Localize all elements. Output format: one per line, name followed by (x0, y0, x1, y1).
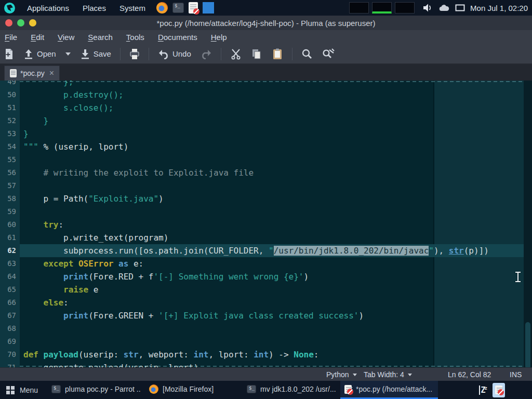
zzz-icon[interactable]: Zz (479, 385, 486, 395)
code-text: def payload(userip: str, webport: int, l… (20, 348, 524, 361)
code-text: p = Path("Exploit.java") (20, 192, 524, 205)
task-button[interactable]: mv jdk1.8.0_202 /usr/... (243, 381, 340, 399)
code-line[interactable]: 51 s.close(); (0, 101, 524, 114)
code-line[interactable]: 50 p.destroy(); (0, 88, 524, 101)
system-tray: Zz (479, 381, 532, 399)
code-text (20, 322, 524, 335)
workspace-2[interactable] (372, 2, 392, 14)
toolbar-separator (120, 48, 121, 60)
menu-search[interactable]: Search (81, 31, 119, 43)
code-line[interactable]: 55 (0, 153, 524, 166)
panel-menu-places[interactable]: Places (76, 2, 113, 15)
line-number: 61 (0, 231, 20, 244)
code-lines: 49 };50 p.destroy();51 s.close();52 }53}… (0, 81, 524, 367)
code-line[interactable]: 59 (0, 205, 524, 218)
open-recent-dropdown[interactable] (62, 50, 74, 58)
code-text: } (20, 127, 524, 140)
code-line[interactable]: 70def payload(userip: str, webport: int,… (0, 348, 524, 361)
text-editor[interactable]: 49 };50 p.destroy();51 s.close();52 }53}… (0, 81, 532, 367)
task-label: mv jdk1.8.0_202 /usr/... (260, 385, 336, 393)
menu-tools[interactable]: Tools (119, 31, 151, 43)
parrot-logo-icon[interactable] (4, 3, 15, 14)
workspace-1[interactable] (349, 2, 369, 14)
panel-menu-applications[interactable]: Applications (20, 2, 76, 15)
menu-file[interactable]: File (0, 31, 24, 43)
status-bar: Python Tab Width: 4 Ln 62, Col 82 INS (0, 367, 532, 381)
firefox-icon[interactable] (156, 2, 168, 14)
scrollbar-thumb[interactable] (525, 322, 530, 367)
code-line[interactable]: 54""" % (userip, lport) (0, 140, 524, 153)
volume-icon[interactable] (423, 3, 433, 12)
menu-button[interactable]: Menu (0, 381, 45, 399)
redo-button[interactable] (197, 47, 216, 61)
toolbar-separator (149, 48, 149, 60)
print-button[interactable] (126, 46, 143, 62)
menu-view[interactable]: View (51, 31, 81, 43)
tab-label: *poc.py (20, 69, 45, 77)
terminal-icon (51, 385, 61, 393)
tab-width-selector[interactable]: Tab Width: 4 (364, 368, 412, 381)
code-line[interactable]: 64 print(Fore.RED + f'[-] Something went… (0, 270, 524, 283)
line-number: 54 (0, 140, 20, 153)
code-line[interactable]: 58 p = Path("Exploit.java") (0, 192, 524, 205)
panel-menu-system[interactable]: System (113, 2, 152, 15)
code-line[interactable]: 69 (0, 335, 524, 348)
panel-right: Mon Jul 1, 02:20 (349, 2, 532, 14)
code-line[interactable]: 68 (0, 322, 524, 335)
undo-button[interactable]: Undo (154, 47, 195, 61)
tab-poc-py[interactable]: *poc.py × (4, 65, 60, 81)
copy-button[interactable] (247, 46, 266, 62)
code-line[interactable]: 57 (0, 179, 524, 192)
workspace-switcher[interactable] (349, 2, 415, 14)
task-button[interactable]: [Mozilla Firefox] (145, 381, 243, 399)
language-selector[interactable]: Python (326, 368, 357, 381)
code-line[interactable]: 61 p.write_text(program) (0, 231, 524, 244)
chevron-down-icon (408, 374, 412, 376)
code-text: s.close(); (20, 101, 524, 114)
clock[interactable]: Mon Jul 1, 02:20 (470, 4, 528, 12)
code-line[interactable]: 62 subprocess.run([os.path.join(CUR_FOLD… (0, 244, 524, 257)
code-line[interactable]: 63 except OSError as e: (0, 257, 524, 270)
vscode-icon[interactable] (203, 2, 214, 14)
code-line[interactable]: 67 print(Fore.GREEN + '[+] Exploit java … (0, 309, 524, 322)
toolbar: Open Save Undo (0, 44, 532, 64)
pluma-icon[interactable] (189, 2, 198, 14)
line-number: 66 (0, 296, 20, 309)
menu-edit[interactable]: Edit (24, 31, 51, 43)
code-line[interactable]: 66 else: (0, 296, 524, 309)
code-text: p.write_text(program) (20, 231, 524, 244)
code-line[interactable]: 52 } (0, 114, 524, 127)
cloud-icon[interactable] (438, 4, 450, 12)
line-number: 60 (0, 218, 20, 231)
menu-documents[interactable]: Documents (151, 31, 204, 43)
menu-help[interactable]: Help (204, 31, 234, 43)
vertical-scrollbar[interactable] (524, 81, 532, 367)
line-number: 64 (0, 270, 20, 283)
find-button[interactable] (298, 46, 316, 62)
cut-button[interactable] (227, 46, 245, 62)
replace-button[interactable] (318, 46, 338, 62)
line-number: 53 (0, 127, 20, 140)
paste-button[interactable] (268, 46, 287, 62)
open-button[interactable]: Open (20, 46, 60, 62)
workspace-3[interactable] (395, 2, 415, 14)
task-button[interactable]: *poc.py (/home/attack... (340, 381, 438, 399)
save-button[interactable]: Save (76, 46, 115, 62)
pluma-icon (344, 385, 352, 394)
code-line[interactable]: 56 # writing the exploit to Exploit.java… (0, 166, 524, 179)
code-line[interactable]: 65 raise e (0, 283, 524, 296)
tab-close-icon[interactable]: × (49, 69, 54, 77)
code-text: print(Fore.GREEN + '[+] Exploit java cla… (20, 309, 524, 322)
terminal-icon[interactable] (172, 3, 184, 13)
code-text (20, 205, 524, 218)
new-document-button[interactable] (0, 46, 18, 62)
code-line[interactable]: 53} (0, 127, 524, 140)
task-button[interactable]: pluma poc.py - Parrot ... (47, 381, 145, 399)
screen-icon[interactable] (455, 4, 465, 12)
task-list: pluma poc.py - Parrot ...[Mozilla Firefo… (47, 381, 438, 399)
panel-menus: ApplicationsPlacesSystem (20, 2, 152, 15)
code-text (20, 179, 524, 192)
line-number: 67 (0, 309, 20, 322)
pluma-tray-icon[interactable] (493, 383, 505, 397)
code-line[interactable]: 60 try: (0, 218, 524, 231)
